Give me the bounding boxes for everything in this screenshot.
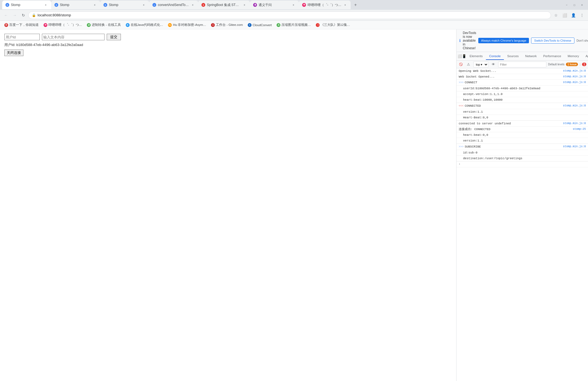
- form-row: 提交: [4, 34, 452, 40]
- address-bar: ← → ↻ 🔒 localhost:8088/stomp ☆ ⬜ 👤 ⋮: [0, 10, 588, 21]
- console-line-connect-heartbeat: heart-beat:10000,10000: [457, 97, 588, 103]
- tab-stomp-1[interactable]: S Stomp ×: [2, 1, 51, 9]
- tab-elements[interactable]: Elements: [466, 53, 486, 60]
- console-source-success[interactable]: stomp:25: [573, 127, 586, 131]
- bookmark-convert[interactable]: 进 进制转换 - 在线工具: [85, 22, 123, 28]
- browser-window: S Stomp × S Stomp × S Stomp × c convertA…: [0, 0, 588, 381]
- submit-button[interactable]: 提交: [107, 34, 121, 40]
- bookmark-asym[interactable]: Hu Hu 非对称加密-Asym…: [166, 22, 208, 28]
- toolbar-actions: ☆ ⬜ 👤 ⋮: [552, 11, 586, 19]
- expand-icon[interactable]: ›: [459, 162, 460, 167]
- bookmark-baidu[interactable]: 百 百度一下，你就知道: [2, 22, 41, 28]
- bookmark-gitee[interactable]: 工 工作台 - Gitee.com: [209, 22, 245, 28]
- console-content-subscribe-dest: destination:/user/topic/greetings: [463, 156, 586, 161]
- tab-close-1[interactable]: ×: [44, 3, 48, 7]
- bookmark-favicon-gitee: 工: [211, 23, 215, 27]
- tab-network[interactable]: Network: [522, 53, 540, 60]
- bookmark-favicon-convert: 进: [87, 23, 91, 27]
- user-id-display: 用户Id: b180d588-47eb-4496-ab63-3a12fe2a0a…: [4, 42, 452, 47]
- content-input[interactable]: [42, 34, 105, 40]
- info-icon: ℹ: [459, 38, 461, 43]
- console-source-subscribe[interactable]: stomp.min.js:8: [563, 145, 586, 149]
- console-source-1[interactable]: stomp.min.js:8: [563, 69, 586, 73]
- extension-icon[interactable]: ⬜: [561, 11, 568, 19]
- console-expand-row[interactable]: ›: [457, 162, 588, 167]
- tab-title-5: SpringBoot 集成 STOMP 实…: [207, 3, 241, 7]
- tab-stomp-2[interactable]: S Stomp ×: [51, 1, 100, 9]
- console-level-select[interactable]: top ▾: [473, 62, 488, 67]
- bookmark-label-sandadui: 《三大队》第12集…: [321, 23, 350, 27]
- tab-tongyi[interactable]: 通 通义千问 ×: [250, 1, 299, 9]
- dont-show-again-link[interactable]: Don't show again: [577, 39, 588, 42]
- console-filter-icon[interactable]: ⚠: [465, 61, 472, 68]
- close-button[interactable]: ×: [580, 3, 584, 7]
- tab-bilibili[interactable]: 哔 哔哩哔哩（゜-゜）つロ 干杯~--b... ×: [299, 1, 351, 9]
- back-button[interactable]: ←: [2, 11, 10, 19]
- tab-title-2: Stomp: [60, 3, 91, 7]
- bookmark-favicon-baidu: 百: [4, 23, 8, 27]
- tab-sources[interactable]: Sources: [504, 53, 522, 60]
- devtools-tabs: ⬜ 📱 Elements Console Sources Network Per…: [457, 52, 588, 61]
- bookmark-bilibili[interactable]: 哔 哔哩哔哩（゜-゜）つ…: [41, 22, 84, 28]
- tab-close-7[interactable]: ×: [343, 3, 347, 7]
- profile-icon[interactable]: 👤: [569, 11, 577, 19]
- switch-devtools-button[interactable]: Switch DevTools to Chinese: [531, 38, 574, 44]
- maximize-button[interactable]: □: [573, 3, 576, 7]
- tab-application[interactable]: Application: [582, 53, 588, 60]
- tab-springboot[interactable]: S SpringBoot 集成 STOMP 实… ×: [198, 1, 250, 9]
- close-conn-row: 关闭连接: [4, 50, 452, 56]
- lock-icon: 🔒: [32, 13, 36, 17]
- bookmark-cloudconvert[interactable]: C CloudConvert: [246, 22, 274, 28]
- console-content-success: 连接成功: CONNECTED: [459, 127, 571, 131]
- tab-convert[interactable]: c convertAndSendToUser示例 ×: [149, 1, 198, 9]
- console-group-connected: <<<CONNECTED stomp.min.js:8 version:1.1 …: [457, 103, 588, 121]
- bookmark-compress[interactable]: 压 压缩图片压缩视频…: [274, 22, 313, 28]
- tab-close-2[interactable]: ×: [93, 3, 97, 7]
- match-language-button[interactable]: Always match Chrome's language: [478, 38, 529, 43]
- reload-button[interactable]: ↻: [20, 11, 27, 19]
- tab-console[interactable]: Console: [486, 53, 504, 60]
- bookmark-star-icon[interactable]: ☆: [552, 11, 560, 19]
- console-source-2[interactable]: stomp.min.js:8: [563, 75, 586, 79]
- forward-button[interactable]: →: [11, 11, 19, 19]
- minimize-button[interactable]: −: [565, 3, 568, 7]
- tab-title-3: Stomp: [109, 3, 140, 7]
- console-source-connected[interactable]: stomp.min.js:8: [563, 104, 586, 108]
- console-line-1: Opening Web Socket... stomp.min.js:8: [457, 68, 588, 74]
- tab-close-5[interactable]: ×: [242, 3, 247, 7]
- devtools-notification: ℹ DevTools is now available in Chinese! …: [457, 29, 588, 52]
- bookmark-label-baidu: 百度一下，你就知道: [9, 23, 39, 27]
- url-text: localhost:8088/stomp: [38, 13, 547, 17]
- tab-memory[interactable]: Memory: [564, 53, 582, 60]
- new-tab-button[interactable]: +: [352, 1, 359, 9]
- tab-close-4[interactable]: ×: [191, 3, 195, 7]
- close-conn-button[interactable]: 关闭连接: [4, 50, 23, 56]
- tab-close-6[interactable]: ×: [291, 3, 296, 7]
- devtools-inspect-icon[interactable]: ⬜: [458, 53, 462, 60]
- settings-icon[interactable]: ⋮: [578, 11, 586, 19]
- tab-title-7: 哔哩哔哩（゜-゜）つロ 干杯~--b...: [308, 3, 341, 7]
- bookmark-java[interactable]: 在 在线Java代码格式化…: [124, 22, 166, 28]
- console-source-server[interactable]: stomp.min.js:8: [563, 121, 586, 126]
- tab-stomp-3[interactable]: S Stomp ×: [100, 1, 149, 9]
- bookmarks-bar: 百 百度一下，你就知道 哔 哔哩哔哩（゜-゜）つ… 进 进制转换 - 在线工具 …: [0, 21, 588, 29]
- console-line-success-ver: version:1.1: [457, 138, 588, 144]
- console-line-connect-header: >>>CONNECT stomp.min.js:8: [457, 80, 588, 86]
- bookmark-sandadui[interactable]: 《 《三大队》第12集…: [314, 22, 352, 28]
- tab-favicon-1: S: [5, 3, 9, 7]
- console-content-server: connected to server undefined: [459, 121, 561, 126]
- console-group-subscribe: >>>SUBSCRIBE stomp.min.js:8 id:sub-0 des…: [457, 144, 588, 162]
- tab-close-3[interactable]: ×: [142, 3, 146, 7]
- devtools-device-icon[interactable]: 📱: [462, 53, 466, 60]
- eye-icon[interactable]: 👁: [490, 61, 497, 68]
- url-bar[interactable]: 🔒 localhost:8088/stomp: [28, 11, 551, 19]
- console-clear-button[interactable]: 🚫: [458, 62, 464, 67]
- console-group-success: 连接成功: CONNECTED stomp:25 heart-beat:0,0 …: [457, 127, 588, 144]
- tab-performance[interactable]: Performance: [540, 53, 565, 60]
- bookmark-favicon-cloudconvert: C: [248, 23, 252, 27]
- userid-input[interactable]: [4, 34, 40, 40]
- console-filter-input[interactable]: [498, 62, 546, 67]
- console-content-connected-header: <<<CONNECTED: [459, 104, 561, 108]
- console-source-connect[interactable]: stomp.min.js:8: [563, 80, 586, 85]
- console-group-connect: >>>CONNECT stomp.min.js:8 userId:b180d58…: [457, 80, 588, 103]
